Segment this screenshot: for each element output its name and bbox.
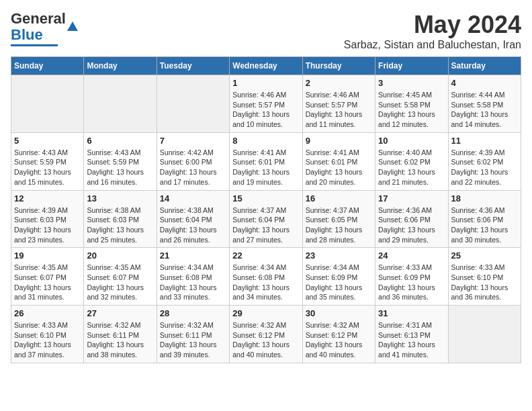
day-number: 27: [87, 308, 153, 318]
day-cell: 28Sunrise: 4:32 AMSunset: 6:11 PMDayligh…: [157, 306, 229, 363]
day-info: Sunrise: 4:37 AMSunset: 6:04 PMDaylight:…: [232, 205, 299, 245]
day-cell: [11, 75, 84, 133]
day-number: 3: [378, 78, 445, 88]
day-info: Sunrise: 4:40 AMSunset: 6:02 PMDaylight:…: [378, 148, 445, 187]
day-cell: 30Sunrise: 4:32 AMSunset: 6:12 PMDayligh…: [302, 306, 375, 363]
day-info: Sunrise: 4:34 AMSunset: 6:08 PMDaylight:…: [160, 263, 226, 302]
day-info: Sunrise: 4:44 AMSunset: 5:58 PMDaylight:…: [451, 90, 518, 130]
day-number: 17: [378, 193, 445, 203]
day-cell: 23Sunrise: 4:34 AMSunset: 6:09 PMDayligh…: [302, 248, 375, 306]
day-info: Sunrise: 4:37 AMSunset: 6:05 PMDaylight:…: [306, 205, 372, 245]
day-info: Sunrise: 4:36 AMSunset: 6:06 PMDaylight:…: [378, 205, 445, 245]
day-cell: 21Sunrise: 4:34 AMSunset: 6:08 PMDayligh…: [157, 248, 229, 306]
week-row-1: 1Sunrise: 4:46 AMSunset: 5:57 PMDaylight…: [11, 75, 521, 133]
day-cell: 8Sunrise: 4:41 AMSunset: 6:01 PMDaylight…: [230, 132, 302, 190]
day-number: 7: [160, 136, 226, 146]
week-row-4: 19Sunrise: 4:35 AMSunset: 6:07 PMDayligh…: [11, 248, 521, 306]
day-cell: 2Sunrise: 4:46 AMSunset: 5:57 PMDaylight…: [302, 75, 375, 133]
logo: General Blue: [11, 11, 78, 46]
day-info: Sunrise: 4:33 AMSunset: 6:10 PMDaylight:…: [451, 263, 518, 302]
header-cell-wednesday: Wednesday: [230, 57, 302, 75]
day-cell: 27Sunrise: 4:32 AMSunset: 6:11 PMDayligh…: [84, 306, 157, 363]
day-info: Sunrise: 4:33 AMSunset: 6:09 PMDaylight:…: [378, 263, 445, 302]
day-cell: 3Sunrise: 4:45 AMSunset: 5:58 PMDaylight…: [375, 75, 448, 133]
day-cell: 4Sunrise: 4:44 AMSunset: 5:58 PMDaylight…: [448, 75, 521, 133]
day-cell: 29Sunrise: 4:32 AMSunset: 6:12 PMDayligh…: [230, 306, 302, 363]
day-cell: 31Sunrise: 4:31 AMSunset: 6:13 PMDayligh…: [375, 306, 448, 363]
day-cell: 9Sunrise: 4:41 AMSunset: 6:01 PMDaylight…: [302, 132, 375, 190]
day-number: 24: [378, 250, 445, 261]
day-info: Sunrise: 4:43 AMSunset: 5:59 PMDaylight:…: [87, 148, 153, 187]
logo-text: General Blue: [11, 11, 66, 43]
day-cell: 19Sunrise: 4:35 AMSunset: 6:07 PMDayligh…: [11, 248, 84, 306]
day-info: Sunrise: 4:32 AMSunset: 6:11 PMDaylight:…: [87, 320, 153, 360]
day-info: Sunrise: 4:34 AMSunset: 6:08 PMDaylight:…: [232, 263, 299, 302]
day-cell: 18Sunrise: 4:36 AMSunset: 6:06 PMDayligh…: [448, 190, 521, 248]
week-row-5: 26Sunrise: 4:33 AMSunset: 6:10 PMDayligh…: [11, 306, 521, 363]
day-number: 20: [87, 250, 153, 261]
header-cell-thursday: Thursday: [302, 57, 375, 75]
day-cell: 7Sunrise: 4:42 AMSunset: 6:00 PMDaylight…: [157, 132, 229, 190]
day-info: Sunrise: 4:39 AMSunset: 6:02 PMDaylight:…: [451, 148, 518, 187]
day-cell: 6Sunrise: 4:43 AMSunset: 5:59 PMDaylight…: [84, 132, 157, 190]
day-cell: 20Sunrise: 4:35 AMSunset: 6:07 PMDayligh…: [84, 248, 157, 306]
day-info: Sunrise: 4:38 AMSunset: 6:03 PMDaylight:…: [87, 205, 153, 245]
day-cell: 15Sunrise: 4:37 AMSunset: 6:04 PMDayligh…: [230, 190, 302, 248]
day-info: Sunrise: 4:32 AMSunset: 6:12 PMDaylight:…: [232, 320, 299, 360]
day-cell: 11Sunrise: 4:39 AMSunset: 6:02 PMDayligh…: [448, 132, 521, 190]
day-info: Sunrise: 4:46 AMSunset: 5:57 PMDaylight:…: [306, 90, 372, 130]
day-info: Sunrise: 4:32 AMSunset: 6:12 PMDaylight:…: [306, 320, 372, 360]
day-cell: 26Sunrise: 4:33 AMSunset: 6:10 PMDayligh…: [11, 306, 84, 363]
day-info: Sunrise: 4:32 AMSunset: 6:11 PMDaylight:…: [160, 320, 226, 360]
day-cell: [84, 75, 157, 133]
day-number: 10: [378, 136, 445, 146]
day-cell: 22Sunrise: 4:34 AMSunset: 6:08 PMDayligh…: [230, 248, 302, 306]
day-info: Sunrise: 4:38 AMSunset: 6:04 PMDaylight:…: [160, 205, 226, 245]
header-cell-friday: Friday: [375, 57, 448, 75]
header-cell-monday: Monday: [84, 57, 157, 75]
day-number: 18: [451, 193, 518, 203]
day-info: Sunrise: 4:39 AMSunset: 6:03 PMDaylight:…: [14, 205, 81, 245]
day-cell: 16Sunrise: 4:37 AMSunset: 6:05 PMDayligh…: [302, 190, 375, 248]
day-number: 19: [14, 250, 81, 261]
day-info: Sunrise: 4:43 AMSunset: 5:59 PMDaylight:…: [14, 148, 81, 187]
page-header: General Blue May 2024 Sarbaz, Sistan and…: [11, 11, 521, 51]
day-number: 26: [14, 308, 81, 318]
day-info: Sunrise: 4:36 AMSunset: 6:06 PMDaylight:…: [451, 205, 518, 245]
day-number: 15: [232, 193, 299, 203]
calendar-table: SundayMondayTuesdayWednesdayThursdayFrid…: [11, 56, 521, 363]
day-cell: 10Sunrise: 4:40 AMSunset: 6:02 PMDayligh…: [375, 132, 448, 190]
day-number: 13: [87, 193, 153, 203]
week-row-2: 5Sunrise: 4:43 AMSunset: 5:59 PMDaylight…: [11, 132, 521, 190]
day-number: 14: [160, 193, 226, 203]
day-info: Sunrise: 4:42 AMSunset: 6:00 PMDaylight:…: [160, 148, 226, 187]
day-number: 22: [232, 250, 299, 261]
day-info: Sunrise: 4:31 AMSunset: 6:13 PMDaylight:…: [378, 320, 445, 360]
day-number: 4: [451, 78, 518, 88]
day-cell: 12Sunrise: 4:39 AMSunset: 6:03 PMDayligh…: [11, 190, 84, 248]
day-cell: 14Sunrise: 4:38 AMSunset: 6:04 PMDayligh…: [157, 190, 229, 248]
day-number: 9: [306, 136, 372, 146]
day-info: Sunrise: 4:33 AMSunset: 6:10 PMDaylight:…: [14, 320, 81, 360]
day-cell: [448, 306, 521, 363]
page-subtitle: Sarbaz, Sistan and Baluchestan, Iran: [344, 39, 521, 51]
day-cell: 13Sunrise: 4:38 AMSunset: 6:03 PMDayligh…: [84, 190, 157, 248]
day-number: 11: [451, 136, 518, 146]
day-number: 5: [14, 136, 81, 146]
day-cell: [157, 75, 229, 133]
page-title: May 2024: [344, 11, 521, 39]
day-cell: 1Sunrise: 4:46 AMSunset: 5:57 PMDaylight…: [230, 75, 302, 133]
day-number: 28: [160, 308, 226, 318]
day-number: 1: [232, 78, 299, 88]
header-cell-tuesday: Tuesday: [157, 57, 229, 75]
day-cell: 24Sunrise: 4:33 AMSunset: 6:09 PMDayligh…: [375, 248, 448, 306]
header-cell-sunday: Sunday: [11, 57, 84, 75]
day-number: 2: [306, 78, 372, 88]
day-number: 29: [232, 308, 299, 318]
day-info: Sunrise: 4:45 AMSunset: 5:58 PMDaylight:…: [378, 90, 445, 130]
day-cell: 17Sunrise: 4:36 AMSunset: 6:06 PMDayligh…: [375, 190, 448, 248]
week-row-3: 12Sunrise: 4:39 AMSunset: 6:03 PMDayligh…: [11, 190, 521, 248]
day-info: Sunrise: 4:41 AMSunset: 6:01 PMDaylight:…: [232, 148, 299, 187]
day-number: 23: [306, 250, 372, 261]
day-info: Sunrise: 4:34 AMSunset: 6:09 PMDaylight:…: [306, 263, 372, 302]
